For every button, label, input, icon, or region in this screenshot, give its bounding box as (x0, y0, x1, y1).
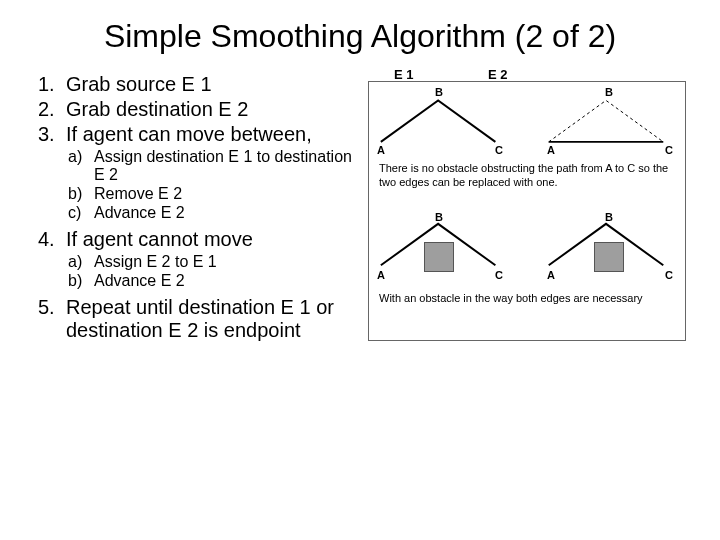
step-number: 4. (38, 228, 66, 251)
substep-number: b) (68, 272, 94, 290)
label-e2-top-left: E 2 (488, 67, 508, 82)
caption-with-obstacle: With an obstacle in the way both edges a… (379, 292, 675, 306)
step-4a: a) Assign E 2 to E 1 (68, 253, 354, 271)
obstacle-icon (424, 242, 454, 272)
substep-text: Remove E 2 (94, 185, 354, 203)
step-3c: c) Advance E 2 (68, 204, 354, 222)
node-a: A (377, 144, 385, 156)
page-title: Simple Smoothing Algorithm (2 of 2) (34, 18, 686, 55)
node-b: B (605, 211, 613, 223)
substep-number: c) (68, 204, 94, 222)
step-number: 5. (38, 296, 66, 342)
step-number: 2. (38, 98, 66, 121)
substep-text: Assign E 2 to E 1 (94, 253, 354, 271)
substep-text: Assign destination E 1 to destination E … (94, 148, 354, 184)
substep-number: a) (68, 148, 94, 184)
step-text: Grab destination E 2 (66, 98, 354, 121)
node-c: C (665, 144, 673, 156)
step-5: 5. Repeat until destination E 1 or desti… (38, 296, 354, 342)
caption-no-obstacle: There is no obstacle obstructing the pat… (379, 162, 675, 190)
node-c: C (665, 269, 673, 281)
step-1: 1. Grab source E 1 (38, 73, 354, 96)
step-number: 1. (38, 73, 66, 96)
step-3b: b) Remove E 2 (68, 185, 354, 203)
obstacle-icon (594, 242, 624, 272)
step-text: If agent cannot move (66, 228, 354, 251)
step-3a: a) Assign destination E 1 to destination… (68, 148, 354, 184)
step-4b: b) Advance E 2 (68, 272, 354, 290)
node-a: A (547, 269, 555, 281)
step-text: Grab source E 1 (66, 73, 354, 96)
node-c: C (495, 144, 503, 156)
substep-number: b) (68, 185, 94, 203)
substep-number: a) (68, 253, 94, 271)
node-a: A (377, 269, 385, 281)
node-b: B (605, 86, 613, 98)
node-b: B (435, 211, 443, 223)
step-number: 3. (38, 123, 66, 146)
substep-text: Advance E 2 (94, 272, 354, 290)
step-text: Repeat until destination E 1 or destinat… (66, 296, 354, 342)
step-3: 3. If agent can move between, (38, 123, 354, 146)
node-c: C (495, 269, 503, 281)
algorithm-steps: 1. Grab source E 1 2. Grab destination E… (34, 73, 354, 344)
node-a: A (547, 144, 555, 156)
step-2: 2. Grab destination E 2 (38, 98, 354, 121)
step-text: If agent can move between, (66, 123, 354, 146)
node-b: B (435, 86, 443, 98)
diagram-box: A B C A B C There is no obstacle obstruc… (368, 81, 686, 341)
label-e1-top-left: E 1 (394, 67, 414, 82)
substep-text: Advance E 2 (94, 204, 354, 222)
step-4: 4. If agent cannot move (38, 228, 354, 251)
